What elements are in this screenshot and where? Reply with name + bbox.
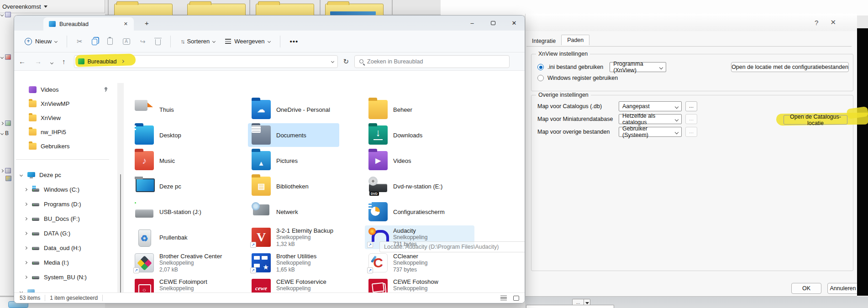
cancel-button[interactable]: Annuleren: [827, 283, 858, 294]
file-tile[interactable]: ↗ Pictures: [248, 149, 339, 172]
cut-button[interactable]: ✂: [73, 34, 87, 49]
chevron-right-icon[interactable]: [23, 247, 28, 249]
dialog-titlebar: ? ✕: [526, 14, 857, 31]
minimize-button[interactable]: –: [462, 16, 483, 31]
ini-location-select[interactable]: Programma (XnView): [610, 62, 666, 72]
tab-integratie[interactable]: Integratie: [526, 37, 561, 46]
sidebar-item[interactable]: XnView: [14, 111, 111, 125]
sidebar-scrollbar[interactable]: [117, 83, 124, 303]
thumbnail-db-folder-select[interactable]: Hetzelfde als catalogus: [619, 114, 682, 124]
back-button[interactable]: ←: [14, 56, 30, 67]
folder-thumbnail-strip: [330, 11, 376, 15]
explorer-tab-bureaublad[interactable]: Bureaublad ✕: [43, 17, 134, 31]
file-tile[interactable]: ↗ Documents: [248, 123, 339, 147]
open-catalog-location-button[interactable]: Open de Catalogus-locatie: [784, 115, 847, 125]
sidebar-item[interactable]: System_BU (N:): [14, 270, 111, 284]
sidebar-item[interactable]: Media (I:): [14, 255, 111, 270]
file-tile[interactable]: ↗ USB-station (J:): [131, 200, 222, 224]
ok-button[interactable]: OK: [791, 283, 821, 294]
rename-button[interactable]: A: [119, 35, 134, 48]
copy-button[interactable]: [89, 34, 101, 48]
folder-videos-icon: [368, 151, 388, 170]
forward-button[interactable]: →: [30, 56, 46, 67]
file-tile[interactable]: ↗ 3-2-1 Eternity Backup Snelkoppeling 1,…: [248, 225, 358, 249]
new-button[interactable]: + Nieuw: [21, 35, 61, 48]
new-tab-button[interactable]: +: [141, 19, 153, 27]
more-options-button[interactable]: •••: [286, 34, 303, 48]
sidebar-item[interactable]: Gebruikers: [14, 139, 111, 153]
file-tile[interactable]: ↗ Beheer: [365, 98, 456, 121]
file-explorer-window: Bureaublad ✕ + – ✕ + Nieuw ✂ A ↪ ↑↓ Sort…: [14, 15, 525, 303]
file-tile[interactable]: ↗ Netwerk: [248, 200, 339, 224]
chevron-right-icon[interactable]: [23, 218, 28, 220]
delete-button[interactable]: [151, 35, 165, 48]
file-tile[interactable]: ↗ Brother Utilities Snelkoppeling 1,65 k…: [248, 251, 358, 275]
recent-locations-button[interactable]: [46, 56, 58, 67]
file-tile[interactable]: ↗ Videos: [365, 149, 456, 172]
file-tile[interactable]: DVD ↗ Dvd-rw-station (E:): [365, 174, 456, 198]
file-tile[interactable]: ↗ Desktop: [131, 123, 222, 147]
radio-ini-file[interactable]: [537, 64, 544, 70]
file-tile[interactable]: ↗ OneDrive - Personal: [248, 98, 339, 121]
paste-button[interactable]: [103, 35, 117, 48]
other-files-folder-select[interactable]: Gebruiker (Systeem): [619, 127, 682, 137]
catalog-browse-button[interactable]: ...: [685, 101, 697, 111]
sidebar-item[interactable]: BU_Docs (F:): [14, 211, 111, 226]
other-files-browse-button[interactable]: ...: [685, 127, 697, 137]
details-view-icon[interactable]: [500, 296, 507, 301]
file-tile[interactable]: ↗ Deze pc: [131, 174, 222, 198]
file-tile[interactable]: ↗ Brother Creative Center Snelkoppeling …: [131, 251, 241, 275]
sidebar-item[interactable]: Programs (D:): [14, 197, 111, 211]
file-tile[interactable]: ↗ Downloads: [365, 123, 456, 147]
dropdown-arrow-icon[interactable]: [44, 5, 47, 8]
catalog-folder-select[interactable]: Aangepast: [619, 101, 682, 111]
thumbnail-view-icon[interactable]: [513, 296, 519, 301]
file-tile[interactable]: ↗ Thuis: [131, 98, 222, 121]
sidebar-item[interactable]: [14, 284, 111, 293]
file-tile[interactable]: ↗ Music: [131, 149, 222, 172]
sidebar-item[interactable]: Deze pc: [14, 167, 111, 182]
share-button[interactable]: ↪: [136, 35, 150, 48]
thumbnail-db-browse-button[interactable]: ...: [685, 114, 697, 124]
drive-icon: [32, 201, 40, 208]
up-button[interactable]: ↑: [58, 56, 70, 67]
chevron-right-icon[interactable]: [23, 203, 28, 205]
tab-close-icon[interactable]: ✕: [121, 20, 130, 28]
search-box[interactable]: Zoeken in Bureaublad: [354, 55, 510, 68]
new-button-label: Nieuw: [35, 38, 52, 45]
close-window-button[interactable]: ✕: [504, 16, 525, 31]
catalog-folder-label: Map voor Catalogus (.db): [537, 103, 615, 110]
help-button[interactable]: ?: [815, 19, 818, 26]
radio-windows-registry[interactable]: [537, 75, 544, 81]
view-button[interactable]: Weergeven: [221, 35, 274, 48]
sidebar-item[interactable]: nw_IHPi5: [14, 125, 111, 139]
address-dropdown-icon[interactable]: [331, 60, 334, 63]
address-box[interactable]: Bureaublad: [74, 55, 338, 68]
sort-arrows-icon: ↑↓: [180, 38, 184, 45]
open-config-location-button[interactable]: Open de locatie met de configuratiebesta…: [731, 62, 849, 72]
sidebar-item[interactable]: Videos: [14, 83, 111, 97]
refresh-button[interactable]: ↻: [338, 57, 355, 66]
sidebar-item[interactable]: DATA (G:): [14, 226, 111, 240]
chevron-right-icon[interactable]: [23, 188, 28, 191]
close-button[interactable]: ✕: [830, 18, 836, 26]
file-tile[interactable]: ↗ Configuratiescherm: [365, 200, 456, 224]
tab-paden[interactable]: Paden: [561, 35, 589, 45]
file-tile[interactable]: ↗ Bibliotheken: [248, 174, 339, 198]
file-tile[interactable]: ↗ Prullenbak: [131, 225, 222, 249]
sidebar-scrollbar-thumb[interactable]: [120, 174, 121, 303]
sidebar-item[interactable]: XnViewMP: [14, 97, 111, 111]
chevron-down-icon[interactable]: [19, 174, 23, 176]
breadcrumb-path[interactable]: Bureaublad: [88, 58, 117, 65]
sidebar-item[interactable]: Windows (C:): [14, 182, 111, 197]
cell-border: [320, 0, 321, 15]
chevron-down-icon: [268, 40, 271, 43]
sidebar-item[interactable]: Data_oud (H:): [14, 240, 111, 255]
chevron-right-icon[interactable]: [23, 232, 28, 235]
chevron-right-icon[interactable]: [23, 261, 28, 264]
chevron-right-icon[interactable]: [23, 276, 28, 278]
maximize-button[interactable]: [483, 16, 504, 31]
usb-drive-icon: [135, 202, 154, 221]
sort-button[interactable]: ↑↓ Sorteren: [176, 35, 219, 48]
file-tile[interactable]: ↗ CCleaner Snelkoppeling 737 bytes: [365, 251, 474, 275]
